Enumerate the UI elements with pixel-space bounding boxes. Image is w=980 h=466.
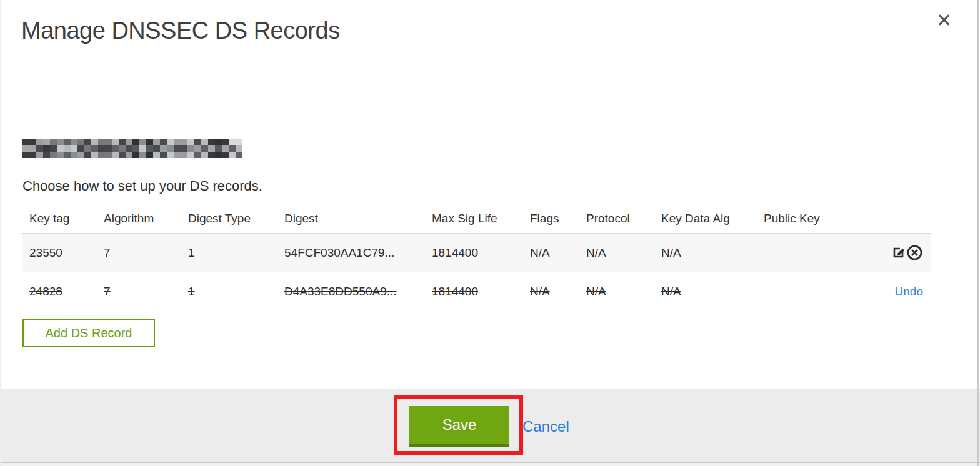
redaction-pixel (201, 139, 208, 145)
redaction-pixel (29, 152, 36, 158)
max-sig-life-value: 1814400 (432, 246, 478, 259)
redaction-pixel (22, 145, 29, 151)
redaction-pixel (167, 139, 174, 145)
redaction-pixel (188, 152, 194, 158)
redaction-pixel (139, 152, 146, 158)
redaction-pixel (29, 145, 36, 151)
redaction-pixel (98, 145, 105, 151)
redaction-pixel (57, 145, 64, 151)
col-header-algorithm: Algorithm (104, 205, 188, 233)
redaction-pixel (174, 152, 181, 158)
redaction-pixel (78, 139, 84, 145)
redaction-pixel (119, 139, 126, 145)
redaction-pixel (50, 152, 57, 158)
edit-icon[interactable] (891, 245, 906, 260)
redaction-pixel (78, 152, 84, 158)
protocol-value: N/A (586, 285, 606, 298)
redaction-pixel (64, 152, 71, 158)
redaction-pixel (22, 139, 29, 145)
delete-icon[interactable] (906, 244, 923, 261)
redaction-pixel (181, 145, 188, 151)
redaction-pixel (64, 139, 71, 145)
redacted-domain-name (22, 139, 242, 158)
redaction-pixel (132, 145, 139, 151)
redaction-pixel (215, 139, 222, 145)
redaction-pixel (36, 145, 43, 151)
redaction-pixel (105, 152, 112, 158)
col-header-actions (862, 205, 931, 233)
redaction-pixel (215, 145, 222, 151)
col-header-digest-type: Digest Type (188, 205, 284, 233)
digest-type-value: 1 (188, 285, 195, 298)
undo-link[interactable]: Undo (895, 285, 923, 298)
digest-value: 54FCF030AA1C79... (284, 246, 394, 259)
manage-dnssec-ds-records-dialog: Manage DNSSEC DS Records ✕ Choose how to… (0, 0, 980, 466)
key-data-alg-value: N/A (661, 285, 681, 298)
redaction-pixel (201, 152, 208, 158)
redaction-pixel (57, 139, 64, 145)
ds-records-table: Key tag Algorithm Digest Type Digest Max… (22, 205, 931, 312)
redaction-pixel (222, 152, 229, 158)
redaction-pixel (126, 139, 132, 145)
redaction-pixel (71, 152, 78, 158)
cancel-link[interactable]: Cancel (522, 418, 569, 435)
redaction-pixel (78, 145, 84, 151)
redaction-pixel (208, 152, 215, 158)
redaction-pixel (132, 139, 139, 145)
flags-value: N/A (530, 246, 550, 259)
key-tag-value: 24828 (29, 285, 62, 298)
redaction-pixel (167, 145, 174, 151)
redaction-pixel (84, 152, 91, 158)
flags-value: N/A (530, 285, 550, 298)
redaction-pixel (132, 152, 139, 158)
redaction-pixel (160, 145, 167, 151)
table-row: 23550 7 1 54FCF030AA1C79... 1814400 N/A … (22, 233, 931, 272)
setup-instruction-text: Choose how to set up your DS records. (22, 178, 262, 194)
redaction-pixel (188, 145, 194, 151)
redaction-pixel (194, 139, 201, 145)
redaction-pixel (229, 152, 236, 158)
redaction-pixel (174, 145, 181, 151)
redaction-pixel (194, 145, 201, 151)
redaction-pixel (84, 145, 91, 151)
redaction-pixel (139, 145, 146, 151)
redaction-pixel (153, 145, 160, 151)
redaction-pixel (222, 145, 229, 151)
key-data-alg-value: N/A (661, 246, 681, 259)
close-icon[interactable]: ✕ (936, 11, 952, 30)
redaction-pixel (22, 152, 29, 158)
algorithm-value: 7 (104, 285, 111, 298)
redaction-pixel (112, 139, 119, 145)
redaction-pixel (236, 139, 242, 145)
algorithm-value: 7 (104, 246, 111, 259)
redaction-pixel (36, 139, 43, 145)
col-header-public-key: Public Key (764, 205, 862, 233)
redaction-pixel (98, 139, 105, 145)
add-ds-record-button[interactable]: Add DS Record (22, 319, 155, 347)
redaction-pixel (236, 152, 242, 158)
max-sig-life-value: 1814400 (432, 285, 478, 298)
redaction-pixel (57, 152, 64, 158)
redaction-pixel (105, 139, 112, 145)
redaction-pixel (29, 139, 36, 145)
save-button[interactable]: Save (409, 406, 509, 447)
redaction-pixel (160, 139, 167, 145)
redaction-pixel (105, 145, 112, 151)
redaction-pixel (160, 152, 167, 158)
redaction-pixel (119, 152, 126, 158)
dialog-title: Manage DNSSEC DS Records (21, 17, 340, 44)
modal-left-border (0, 0, 1, 466)
redaction-pixel (146, 145, 153, 151)
redaction-pixel (36, 152, 43, 158)
digest-value: D4A33E8DD550A9... (284, 285, 397, 298)
redaction-pixel (84, 139, 91, 145)
redaction-pixel (146, 152, 153, 158)
col-header-key-tag: Key tag (22, 205, 104, 233)
key-tag-value: 23550 (29, 246, 62, 259)
redaction-pixel (208, 139, 215, 145)
redaction-pixel (50, 139, 57, 145)
redaction-pixel (64, 145, 71, 151)
protocol-value: N/A (586, 246, 606, 259)
col-header-digest: Digest (284, 205, 432, 233)
redaction-pixel (146, 139, 153, 145)
